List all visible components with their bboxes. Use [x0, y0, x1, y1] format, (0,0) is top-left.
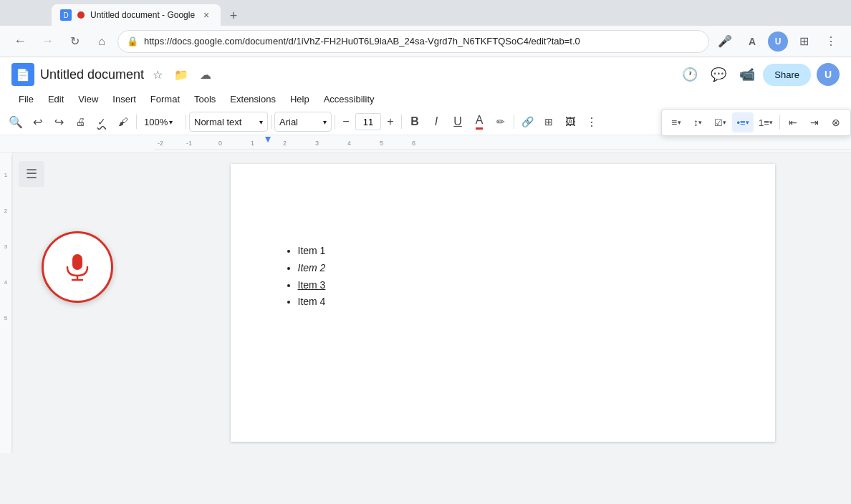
ruler-left-spacer: [0, 135, 154, 152]
align-button[interactable]: ≡▾: [666, 112, 686, 132]
spellcheck-button[interactable]: ✓: [92, 112, 112, 132]
address-bar[interactable]: 🔒 https://docs.google.com/document/d/1iV…: [117, 30, 709, 53]
numbered-list-button[interactable]: 1≡▾: [755, 112, 777, 132]
menu-view[interactable]: View: [71, 91, 105, 107]
doc-page[interactable]: Item 1 Item 2 Item 3 Item 4: [231, 164, 775, 442]
highlight-button[interactable]: ✏: [491, 112, 511, 132]
more-button[interactable]: ⋮: [819, 30, 842, 53]
active-tab[interactable]: D Untitled document - Google ×: [52, 4, 221, 26]
toolbar-separator-1: [136, 115, 137, 129]
undo-button[interactable]: ↩: [27, 112, 47, 132]
tab-title: Untitled document - Google: [90, 10, 195, 20]
menu-file[interactable]: File: [11, 91, 41, 107]
outline-button[interactable]: ☰: [19, 161, 44, 187]
font-size-value: 11: [363, 117, 373, 127]
comment-button[interactable]: 💬: [706, 62, 731, 87]
font-size-decrease[interactable]: −: [338, 114, 354, 130]
list-item-4-text: Item 4: [298, 296, 326, 307]
svg-text:3: 3: [4, 243, 7, 250]
print-button[interactable]: 🖨: [70, 112, 90, 132]
format-paint-button[interactable]: 🖌: [113, 112, 133, 132]
lock-icon: 🔒: [127, 36, 138, 47]
profile-avatar[interactable]: U: [768, 32, 788, 52]
folder-icon[interactable]: 📁: [171, 65, 191, 84]
mic-button[interactable]: 🎤: [713, 30, 736, 53]
tab-bar: D Untitled document - Google × +: [0, 0, 851, 26]
search-button[interactable]: 🔍: [6, 112, 26, 132]
svg-text:1: 1: [4, 172, 7, 178]
underline-button[interactable]: U: [448, 112, 468, 132]
toolbar-separator-5: [401, 115, 402, 129]
list-item-1-text: Item 1: [298, 245, 326, 256]
recording-indicator: [77, 11, 85, 19]
meet-button[interactable]: 📹: [734, 62, 760, 87]
mic-icon: [62, 251, 93, 283]
docs-favicon: D: [60, 9, 72, 21]
insert-comment-button[interactable]: ⊞: [539, 112, 559, 132]
svg-text:2: 2: [4, 208, 7, 214]
menu-tools[interactable]: Tools: [187, 91, 223, 107]
browser-chrome: D Untitled document - Google × + ← → ↻ ⌂…: [0, 0, 851, 57]
font-size-box[interactable]: 11: [355, 113, 381, 130]
menu-format[interactable]: Format: [143, 91, 187, 107]
toolbar-separator-6: [514, 115, 514, 129]
list-item-4: Item 4: [298, 294, 725, 311]
style-value: Normal text: [194, 117, 241, 127]
indent-more-button[interactable]: ⇥: [804, 112, 824, 132]
document-body: 1 2 3 4 5 ☰: [0, 152, 851, 453]
svg-text:-2: -2: [158, 140, 163, 147]
svg-text:-1: -1: [186, 140, 192, 147]
list-item-1: Item 1: [298, 243, 725, 260]
menu-accessibility[interactable]: Accessibility: [317, 91, 382, 107]
text-color-button[interactable]: A: [469, 112, 489, 132]
share-button[interactable]: Share: [763, 64, 811, 86]
new-tab-button[interactable]: +: [223, 6, 244, 26]
docs-header-top: 📄 Untitled document ☆ 📁 ☁ 🕐 💬 📹 Share U: [11, 60, 840, 89]
forward-button[interactable]: →: [36, 30, 59, 53]
italic-button[interactable]: I: [426, 112, 446, 132]
checklist-button[interactable]: ☑▾: [709, 112, 731, 132]
zoom-dropdown[interactable]: 100% ▾: [140, 112, 183, 132]
menu-help[interactable]: Help: [283, 91, 317, 107]
star-icon[interactable]: ☆: [150, 65, 165, 84]
bullet-list-button[interactable]: •≡▾: [732, 112, 754, 132]
back-button[interactable]: ←: [9, 30, 32, 53]
svg-text:3: 3: [315, 140, 319, 147]
more-toolbar-button[interactable]: ⋮: [582, 112, 602, 132]
ruler-area: -2 -1 0 1 2 3 4 5 6: [0, 135, 851, 152]
tab-close-button[interactable]: ×: [201, 9, 212, 21]
font-size-increase[interactable]: +: [383, 114, 398, 130]
extensions-button[interactable]: ⊞: [792, 30, 815, 53]
docs-menu: File Edit View Insert Format Tools Exten…: [11, 89, 840, 109]
toolbar-separator-3: [271, 115, 271, 129]
line-spacing-button[interactable]: ↕▾: [688, 112, 708, 132]
redo-button[interactable]: ↪: [49, 112, 69, 132]
home-button[interactable]: ⌂: [90, 30, 113, 53]
menu-edit[interactable]: Edit: [41, 91, 71, 107]
font-arrow-icon: ▾: [323, 118, 327, 126]
svg-text:2: 2: [283, 140, 287, 147]
voice-mic-overlay[interactable]: [42, 231, 113, 303]
style-arrow-icon: ▾: [259, 118, 263, 126]
bold-button[interactable]: B: [405, 112, 425, 132]
clear-format-button[interactable]: ⊗: [826, 112, 846, 132]
refresh-button[interactable]: ↻: [63, 30, 86, 53]
format-popup-toolbar: ≡▾ ↕▾ ☑▾ •≡▾ 1≡▾ ⇤ ⇥ ⊗: [661, 109, 851, 136]
docs-logo: 📄: [11, 63, 34, 86]
document-list: Item 1 Item 2 Item 3 Item 4: [281, 243, 725, 311]
history-button[interactable]: 🕐: [677, 62, 703, 87]
horizontal-ruler: -2 -1 0 1 2 3 4 5 6: [154, 135, 851, 152]
link-button[interactable]: 🔗: [517, 112, 537, 132]
font-dropdown[interactable]: Arial ▾: [274, 112, 332, 132]
insert-image-button[interactable]: 🖼: [560, 112, 580, 132]
zoom-button[interactable]: A: [741, 30, 764, 53]
font-value: Arial: [279, 117, 298, 127]
user-avatar[interactable]: U: [817, 63, 840, 86]
indent-less-button[interactable]: ⇤: [783, 112, 803, 132]
menu-insert[interactable]: Insert: [105, 91, 143, 107]
style-dropdown[interactable]: Normal text ▾: [189, 112, 268, 132]
docs-title[interactable]: Untitled document: [40, 67, 144, 82]
address-url: https://docs.google.com/document/d/1iVhZ…: [144, 36, 700, 47]
menu-extensions[interactable]: Extensions: [223, 91, 283, 107]
cloud-icon[interactable]: ☁: [197, 65, 214, 84]
